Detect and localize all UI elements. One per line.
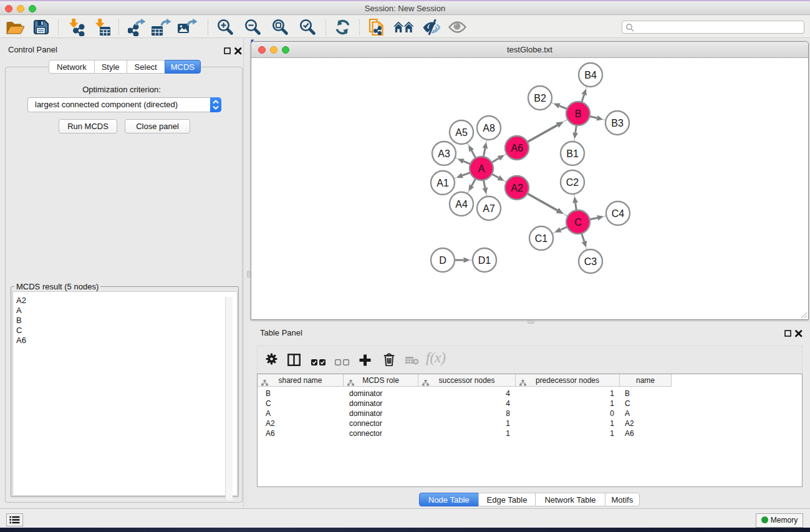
svg-text:A1: A1 [436, 178, 449, 188]
svg-text:C1: C1 [535, 233, 548, 244]
svg-text:D1: D1 [478, 255, 491, 266]
svg-text:B1: B1 [566, 148, 579, 159]
svg-text:A3: A3 [438, 148, 450, 159]
svg-text:A: A [478, 163, 485, 174]
svg-text:D: D [439, 255, 446, 266]
svg-text:A5: A5 [455, 127, 468, 138]
svg-text:A8: A8 [483, 123, 495, 133]
svg-text:A2: A2 [511, 183, 523, 193]
svg-text:A4: A4 [455, 199, 468, 210]
svg-text:B: B [575, 109, 582, 119]
svg-text:B3: B3 [611, 118, 624, 128]
svg-text:C2: C2 [566, 177, 579, 188]
svg-text:A7: A7 [483, 203, 495, 214]
svg-text:A6: A6 [511, 143, 523, 153]
svg-text:B2: B2 [534, 93, 546, 104]
svg-text:B4: B4 [584, 70, 597, 80]
svg-text:C: C [574, 217, 582, 228]
svg-text:C4: C4 [612, 208, 625, 219]
svg-text:C3: C3 [584, 256, 597, 267]
